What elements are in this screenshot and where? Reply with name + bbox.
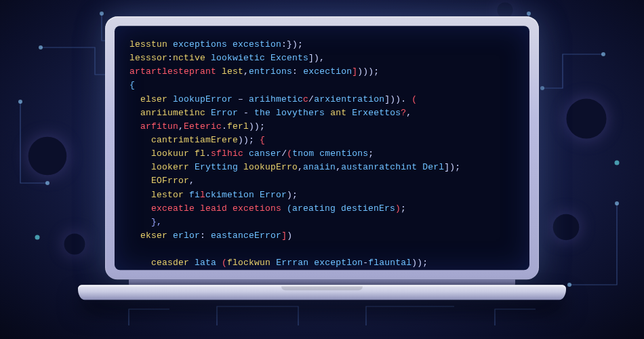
code-token: lesssor [129, 53, 167, 63]
code-token: lookerr [151, 163, 189, 173]
code-token: ) [395, 203, 401, 214]
code-token: , [336, 163, 341, 173]
code-token: , [178, 121, 184, 132]
code-token: lookupErro [243, 163, 298, 173]
code-token: canser [249, 148, 281, 159]
code-line: lestor filckimetion Error); [129, 188, 515, 202]
code-token: (areating destienErs [287, 203, 395, 214]
code-token: / [308, 94, 314, 104]
code-token: entrions [249, 67, 292, 77]
code-token: ariihmetic [249, 94, 303, 104]
code-token: ; [368, 148, 374, 159]
code-token: exceptions excestion [173, 39, 281, 49]
code-token: flockwun [227, 258, 270, 268]
code-line: lookuur fl.sflhic canser/(tnom cmentions… [129, 147, 515, 161]
code-token: arfitun [140, 121, 178, 132]
code-token: erlor [173, 231, 200, 241]
code-token: excection [303, 67, 352, 77]
code-token: nctive [173, 53, 205, 63]
code-token: c [303, 94, 308, 104]
code-line: exceatle leaid excetions (areating desti… [129, 202, 515, 216]
code-token: sflhic [211, 148, 243, 159]
code-line: lesstun exceptions excestion:}); [129, 38, 515, 52]
gear-icon [34, 203, 115, 285]
code-token [216, 67, 222, 77]
svg-point-7 [567, 283, 571, 287]
code-token [346, 108, 352, 118]
svg-point-0 [39, 45, 43, 49]
code-token: . [222, 121, 227, 132]
code-token [298, 67, 303, 77]
code-token: )); [238, 135, 260, 145]
code-token [189, 258, 195, 268]
code-token: ] [281, 231, 287, 241]
code-token: ferl [227, 121, 249, 132]
code-token [167, 39, 173, 49]
code-line: lesssor:nctive lookwietic Excents]), [129, 52, 515, 65]
code-token: )); [249, 121, 265, 132]
code-token: Erxeettos [352, 108, 401, 118]
code-token [325, 108, 330, 118]
code-token: exceptlon [314, 258, 363, 268]
code-line: ekser erlor: eastanceError]) [129, 229, 515, 243]
code-token: lest [222, 67, 243, 77]
code-token: { [260, 135, 265, 145]
code-line [129, 243, 515, 256]
code-line: artartlesteprant lest,entrions: excectio… [129, 66, 515, 79]
code-token: lookwietic Excents [211, 53, 308, 63]
code-token [205, 53, 211, 63]
code-token: }, [151, 217, 162, 227]
code-token: ))); [357, 67, 379, 77]
code-token: Errran [276, 258, 308, 268]
code-token [205, 108, 211, 118]
code-token: Error [211, 108, 238, 118]
code-line: cantrimtiamErere)); { [129, 134, 515, 147]
laptop-bezel: lesstun exceptions excestion:});lesssor:… [105, 16, 539, 279]
code-token: , [243, 67, 249, 77]
code-token: ]), [308, 53, 325, 63]
code-token [184, 190, 189, 200]
code-token: elser [140, 94, 167, 104]
laptop-screen: lesstun exceptions excestion:});lesssor:… [115, 26, 529, 270]
code-token: eastanceError [211, 231, 281, 241]
code-token: ] [352, 67, 357, 77]
code-token: flauntal [368, 258, 411, 268]
code-token: ckimetion Error [205, 190, 287, 200]
code-token: fl [195, 148, 205, 159]
code-token [238, 163, 243, 173]
code-line: ceasder lata (flockwun Errran exceptlon-… [129, 257, 515, 271]
code-token [308, 258, 314, 268]
code-token: ant [330, 108, 346, 118]
code-token: artartlesteprant [129, 67, 216, 77]
code-token: ( [287, 148, 292, 159]
code-token: ; [401, 203, 406, 214]
code-token: austanratchint Derl [341, 163, 444, 173]
code-token: , [189, 176, 195, 186]
code-token: ); [287, 190, 298, 200]
code-token [167, 231, 173, 241]
code-line: EOFrror, [129, 175, 515, 188]
code-token: arxientration [314, 94, 384, 104]
code-token: ( [222, 258, 227, 268]
code-token: Eeteric [184, 121, 222, 132]
code-token: ]); [444, 163, 460, 173]
code-token: / [281, 148, 287, 159]
code-token [216, 258, 222, 268]
code-token: lesstun [129, 39, 167, 49]
code-token: Erytting [195, 163, 238, 173]
code-line: { [129, 79, 515, 93]
code-token: : [200, 231, 205, 241]
code-token: ekser [140, 231, 167, 241]
code-token: :}); [281, 39, 303, 49]
code-line: lookerr Erytting lookupErro,anaiin,austa… [129, 161, 515, 175]
code-token: . [205, 148, 211, 159]
code-token [281, 203, 287, 214]
code-line: }, [129, 216, 515, 229]
code-token: lata [195, 258, 216, 268]
code-token: anaiin [303, 163, 336, 173]
code-token: )); [411, 258, 428, 268]
code-token [189, 163, 195, 173]
code-token: exceatle leaid excetions [151, 203, 281, 214]
code-token: - [363, 258, 368, 268]
code-token: ? [401, 108, 406, 118]
